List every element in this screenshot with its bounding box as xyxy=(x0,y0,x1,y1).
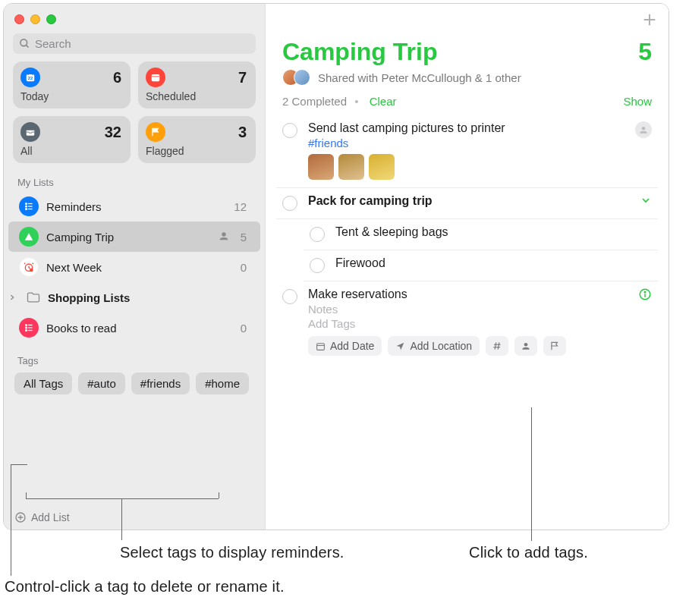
reminder-title[interactable]: Make reservations xyxy=(308,288,628,301)
smart-list-scheduled[interactable]: 7 Scheduled xyxy=(138,61,256,108)
svg-point-17 xyxy=(30,269,33,272)
clear-completed-button[interactable]: Clear xyxy=(370,95,397,108)
quick-actions: Add Date Add Location xyxy=(308,336,628,356)
sidebar-list-camping-trip[interactable]: Camping Trip 5 xyxy=(8,222,260,252)
sidebar-folder-shopping-lists[interactable]: Shopping Lists xyxy=(4,282,265,313)
leader-line xyxy=(11,464,27,465)
chevron-right-icon xyxy=(8,291,17,303)
tags-header: Tags xyxy=(4,349,265,369)
notes-field[interactable]: Notes xyxy=(308,303,628,316)
shared-indicator[interactable]: Shared with Peter McCullough & 1 other xyxy=(266,68,669,95)
reminder-title: Firewood xyxy=(335,256,652,270)
tag-all[interactable]: All Tags xyxy=(14,372,72,394)
sidebar-list-books[interactable]: Books to read 0 xyxy=(8,313,260,343)
add-date-button[interactable]: Add Date xyxy=(308,336,382,356)
svg-line-34 xyxy=(495,342,496,349)
reminder-title: Pack for camping trip xyxy=(308,194,629,208)
scheduled-count: 7 xyxy=(238,69,247,86)
info-button[interactable] xyxy=(638,288,652,303)
reminder-title: Send last camping pictures to printer xyxy=(308,121,625,135)
add-tags-field[interactable]: Add Tags xyxy=(308,317,628,330)
sidebar-list-next-week[interactable]: Next Week 0 xyxy=(8,252,260,282)
svg-point-38 xyxy=(644,291,646,293)
scheduled-label: Scheduled xyxy=(146,90,247,102)
list-bullet-icon xyxy=(19,318,39,338)
list-count: 12 xyxy=(234,200,247,213)
complete-toggle[interactable] xyxy=(282,123,297,138)
thumbnail[interactable] xyxy=(308,154,334,180)
thumbnail[interactable] xyxy=(369,154,395,180)
plus-circle-icon xyxy=(14,511,27,523)
show-completed-button[interactable]: Show xyxy=(623,95,652,108)
svg-point-22 xyxy=(26,330,27,332)
list-count: 0 xyxy=(241,322,247,335)
folder-name: Shopping Lists xyxy=(48,291,251,304)
svg-rect-4 xyxy=(32,73,33,75)
complete-toggle[interactable] xyxy=(282,289,297,304)
all-label: All xyxy=(20,145,121,157)
complete-toggle[interactable] xyxy=(310,258,325,273)
leader-line xyxy=(26,492,27,498)
svg-point-18 xyxy=(26,325,27,326)
attachment-thumbnails[interactable] xyxy=(308,154,625,180)
chevron-down-icon[interactable] xyxy=(640,194,652,209)
complete-toggle[interactable] xyxy=(282,196,297,211)
flag-icon xyxy=(549,341,560,351)
complete-toggle[interactable] xyxy=(310,227,325,242)
smart-list-all[interactable]: 32 All xyxy=(13,116,131,163)
avatar xyxy=(294,69,310,86)
add-location-button[interactable]: Add Location xyxy=(388,336,480,356)
reminder-subitem[interactable]: Tent & sleeping bags xyxy=(304,219,658,250)
sidebar-list-reminders[interactable]: Reminders 12 xyxy=(8,191,260,222)
tag-auto[interactable]: #auto xyxy=(78,372,125,394)
reminder-item[interactable]: Pack for camping trip xyxy=(276,188,658,219)
close-button[interactable] xyxy=(14,14,24,24)
reminder-title: Tent & sleeping bags xyxy=(335,225,652,239)
shared-text: Shared with Peter McCullough & 1 other xyxy=(318,71,521,84)
svg-rect-30 xyxy=(317,343,325,350)
thumbnail[interactable] xyxy=(338,154,364,180)
assignee-avatar[interactable] xyxy=(635,121,652,138)
add-tag-button[interactable] xyxy=(486,336,508,356)
calendar-icon xyxy=(316,341,326,351)
mylists-header: My Lists xyxy=(4,171,265,191)
add-list-label: Add List xyxy=(31,511,70,523)
reminder-tag[interactable]: #friends xyxy=(308,137,625,149)
svg-line-35 xyxy=(498,342,499,349)
minimize-button[interactable] xyxy=(30,14,40,24)
leader-line xyxy=(531,407,532,541)
tag-friends[interactable]: #friends xyxy=(131,372,190,394)
reminder-item[interactable]: Send last camping pictures to printer #f… xyxy=(276,115,658,188)
add-list-button[interactable]: Add List xyxy=(4,505,265,530)
shared-icon xyxy=(218,230,230,244)
alarm-icon xyxy=(19,257,39,277)
callout-control-click: Control-click a tag to delete or rename … xyxy=(5,578,285,596)
reminder-subitem[interactable]: Firewood xyxy=(304,250,658,281)
reminder-item-editing[interactable]: Make reservations Notes Add Tags Add Dat… xyxy=(276,281,658,363)
svg-rect-3 xyxy=(28,73,29,75)
list-bullet-icon xyxy=(19,196,39,216)
person-icon xyxy=(521,341,531,351)
sidebar: Search 22 6 Today 7 xyxy=(4,4,266,530)
list-title: Camping Trip xyxy=(282,38,437,66)
leader-line xyxy=(121,498,122,540)
tag-home[interactable]: #home xyxy=(196,372,249,394)
search-input[interactable]: Search xyxy=(13,33,256,54)
callout-click-add-tags: Click to add tags. xyxy=(469,544,588,561)
zoom-button[interactable] xyxy=(46,14,56,24)
search-placeholder: Search xyxy=(35,37,71,50)
callout-select-tags: Select tags to display reminders. xyxy=(120,544,344,561)
svg-line-1 xyxy=(26,45,28,47)
completed-count: 2 Completed xyxy=(282,95,347,108)
smart-list-today[interactable]: 22 6 Today xyxy=(13,61,131,108)
svg-point-36 xyxy=(524,343,528,347)
add-reminder-button[interactable] xyxy=(641,11,658,30)
svg-point-11 xyxy=(26,206,27,207)
assign-button[interactable] xyxy=(514,336,537,356)
flag-button[interactable] xyxy=(543,336,566,356)
smart-list-flagged[interactable]: 3 Flagged xyxy=(138,116,256,163)
calendar-today-icon: 22 xyxy=(20,68,40,87)
svg-point-29 xyxy=(642,127,646,130)
list-count: 0 xyxy=(241,261,247,274)
svg-point-20 xyxy=(26,327,27,328)
